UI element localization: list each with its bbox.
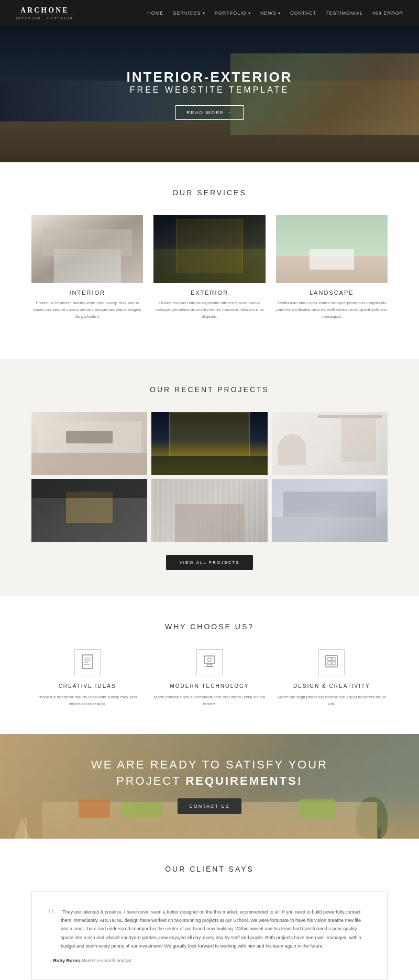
design-creativity-desc: Sedreunc sagit phasellus ntortor con equ…: [276, 694, 388, 708]
service-exterior: EXTERIOR Donec tempus odio ac dignissim …: [153, 215, 265, 320]
hero-subtitle: FREE WEBSTITE TEMPLATE: [127, 85, 293, 95]
nav-portfolio[interactable]: PORTFOLIO: [215, 10, 251, 16]
service-interior-desc: Phasellus hendrerit mauris vitae odio su…: [31, 300, 143, 320]
svg-rect-13: [332, 662, 335, 665]
testimonial-author-role: Market research analyst: [81, 958, 131, 963]
cta-contact-button[interactable]: CONTACT US: [178, 798, 241, 814]
service-landscape-desc: Vestibulum diam arcu varius natoque pena…: [276, 300, 388, 320]
modern-tech-name: MODERN TECHNOLOGY: [153, 683, 265, 689]
modern-tech-desc: Morbi convallis nisl at commodo tem erat…: [153, 694, 265, 708]
testimonial-title: OUR CLIENT SAYS: [31, 865, 388, 873]
testimonial-author-name: - Ruby Burns: [50, 958, 80, 963]
view-all-projects-button[interactable]: VIEW ALL PROJECTS: [166, 555, 252, 570]
svg-rect-10: [328, 658, 331, 661]
service-exterior-name: EXTERIOR: [153, 289, 265, 296]
projects-section: OUR RECENT PROJECTS: [0, 359, 419, 596]
svg-rect-9: [326, 655, 337, 667]
services-title: OUR SERVICES: [31, 188, 388, 197]
testimonial-section: OUR CLIENT SAYS " "They are talented & c…: [0, 839, 419, 980]
project-item-6[interactable]: [272, 479, 388, 542]
nav-home[interactable]: HOME: [147, 10, 163, 16]
service-interior-image: [31, 215, 143, 283]
project-item-4[interactable]: [31, 479, 147, 542]
nav-news[interactable]: NEWS: [260, 10, 281, 16]
why-creative-ideas: CREATIVE IDEAS Phasellus hendrerit mauri…: [31, 649, 143, 708]
nav-contact[interactable]: CONTACT: [290, 10, 316, 16]
project-item-2[interactable]: [151, 412, 267, 475]
nav-services[interactable]: SERVICES: [173, 10, 205, 16]
creative-ideas-desc: Phasellus hendrerit mauris vitae odio su…: [31, 694, 143, 708]
service-landscape-image: [276, 215, 388, 283]
creative-ideas-icon: [74, 649, 101, 675]
svg-rect-0: [82, 655, 93, 669]
creative-ideas-name: CREATIVE IDEAS: [31, 683, 143, 689]
cta-content: WE ARE READY TO SATISFY YOUR PROJECT REQ…: [91, 758, 328, 814]
services-section: OUR SERVICES INTERIOR Phasellus hendreri…: [0, 162, 419, 359]
service-landscape: LANDSCAPE Vestibulum diam arcu varius na…: [276, 215, 388, 320]
logo-subtitle: INTERIOR · EXTERIOR: [16, 15, 74, 20]
hero-section: INTERIOR-EXTERIOR FREE WEBSTITE TEMPLATE…: [0, 26, 419, 162]
nav-404[interactable]: 404 ERROR: [372, 10, 403, 16]
svg-rect-12: [328, 662, 331, 665]
why-design-creativity: DESIGN & CREATIVITY Sedreunc sagit phase…: [276, 649, 388, 708]
quote-icon: ": [48, 905, 54, 923]
modern-tech-icon: [196, 649, 223, 675]
why-title: WHY CHOOSE US?: [31, 622, 388, 631]
why-grid: CREATIVE IDEAS Phasellus hendrerit mauri…: [31, 649, 388, 708]
cta-banner: WE ARE READY TO SATISFY YOUR PROJECT REQ…: [0, 734, 419, 839]
hero-title: INTERIOR-EXTERIOR: [127, 69, 293, 85]
logo[interactable]: ARCHONE INTERIOR · EXTERIOR: [16, 6, 74, 20]
why-modern-tech: MODERN TECHNOLOGY Morbi convallis nisl a…: [153, 649, 265, 708]
cta-title-line2: PROJECT REQUIREMENTS!: [91, 774, 328, 788]
projects-title: OUR RECENT PROJECTS: [31, 385, 388, 394]
services-grid: INTERIOR Phasellus hendrerit mauris vita…: [31, 215, 388, 320]
project-item-1[interactable]: [31, 412, 147, 475]
design-creativity-icon: [318, 649, 345, 675]
design-creativity-name: DESIGN & CREATIVITY: [276, 683, 388, 689]
service-interior-name: INTERIOR: [31, 289, 143, 296]
project-item-3[interactable]: [272, 412, 388, 475]
header: ARCHONE INTERIOR · EXTERIOR HOME SERVICE…: [0, 0, 419, 26]
svg-rect-11: [332, 658, 335, 661]
main-nav: HOME SERVICES PORTFOLIO NEWS CONTACT TES…: [147, 10, 403, 16]
project-item-5[interactable]: [151, 479, 267, 542]
testimonial-author: - Ruby Burns Market research analyst: [50, 958, 369, 963]
svg-rect-5: [204, 656, 215, 663]
svg-rect-8: [208, 658, 211, 661]
service-exterior-desc: Donec tempus odio ac dignissim ultrices …: [153, 300, 265, 320]
projects-grid: [31, 412, 388, 542]
testimonial-box: " "They are talented & creative. I have …: [31, 892, 388, 979]
hero-read-more-button[interactable]: READ MORE: [175, 105, 244, 120]
why-section: WHY CHOOSE US? CREATIVE IDEAS Phasellus …: [0, 596, 419, 734]
hero-content: INTERIOR-EXTERIOR FREE WEBSTITE TEMPLATE…: [127, 69, 293, 120]
testimonial-quote: "They are talented & creative. I have ne…: [50, 908, 369, 950]
service-exterior-image: [153, 215, 265, 283]
service-landscape-name: LANDSCAPE: [276, 289, 388, 296]
logo-title: ARCHONE: [16, 6, 74, 15]
cta-title-line1: WE ARE READY TO SATISFY YOUR: [91, 758, 328, 772]
nav-testimonial[interactable]: TESTIMONIAL: [326, 10, 363, 16]
service-interior: INTERIOR Phasellus hendrerit mauris vita…: [31, 215, 143, 320]
